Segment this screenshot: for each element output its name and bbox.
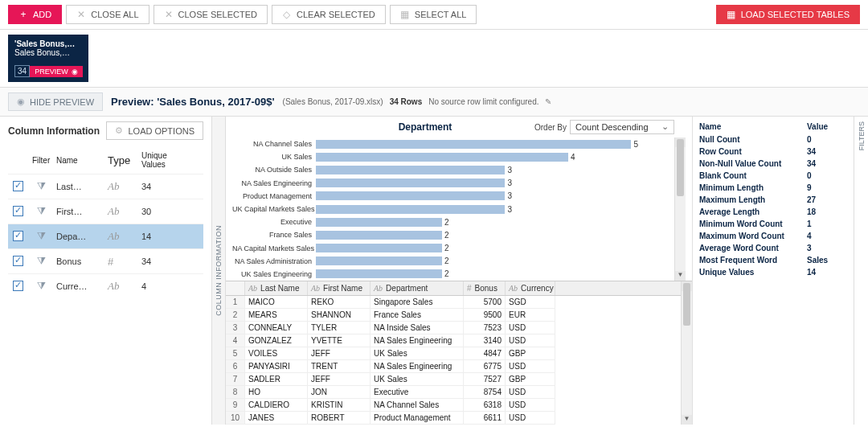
chart-bar-row[interactable]: UK Sales4 [232,150,674,163]
bar-track: 5 [316,140,674,149]
ci-head-type: Type [106,153,137,168]
col-type: Ab [106,278,137,294]
cell-lastname: GONZALEZ [245,334,308,347]
load-selected-tables-button[interactable]: ▦LOAD SELECTED TABLES [716,5,860,24]
stat-row: Null Count0 [699,133,847,146]
column-info-row[interactable]: ⧩Bonus#34 [8,248,203,273]
close-selected-icon: ✕ [164,10,174,19]
column-info-row[interactable]: ⧩Depa…Ab14 [8,224,203,248]
stat-name: Average Word Count [699,244,807,252]
column-info-row[interactable]: ⧩First…Ab30 [8,199,203,224]
card-preview-button[interactable]: PREVIEW◉ [30,66,83,77]
type-ab-icon: Ab [248,284,257,293]
chart-bar-row[interactable]: Product Management3 [232,190,674,203]
filters-vertical-tab[interactable]: FILTERS [854,117,868,425]
stat-name: Row Count [699,147,807,156]
grid-head-lastname[interactable]: Last Name [260,284,299,293]
stats-panel: Name Value Null Count0Row Count34Non-Nul… [693,117,854,425]
hide-preview-button[interactable]: ◉HIDE PREVIEW [8,92,103,111]
scroll-down-icon[interactable]: ▼ [682,415,692,425]
clear-selected-icon: ◇ [282,10,292,19]
clear-selected-button[interactable]: ◇CLEAR SELECTED [272,5,386,24]
table-row[interactable]: 6PANYASIRITRENTNA Sales Engineering6775U… [226,360,681,373]
bar-label: UK Capital Markets Sales [232,205,316,213]
chart-bar-row[interactable]: France Sales2 [232,228,674,241]
card-row-count: 34 [14,65,30,77]
grid-head-firstname[interactable]: First Name [323,284,362,293]
table-row[interactable]: 5VOILESJEFFUK Sales4847GBP [226,347,681,360]
table-row[interactable]: 2MEARSSHANNONFrance Sales9500EUR [226,309,681,322]
grid-head-department[interactable]: Department [386,284,428,293]
edit-limit-icon[interactable]: ✎ [545,97,551,106]
table-row[interactable]: 8HOJONExecutive8754USD [226,386,681,399]
checkbox[interactable] [13,281,23,291]
chart-scrollbar[interactable]: ▲ ▼ [674,137,686,281]
scroll-thumb[interactable] [677,139,684,196]
chart-bar-row[interactable]: NA Capital Markets Sales2 [232,242,674,255]
scroll-down-icon[interactable]: ▼ [675,271,686,281]
cell-department: Product Management [371,412,464,425]
stat-row: Row Count34 [699,146,847,158]
grid-scrollbar[interactable]: ▲ ▼ [681,281,692,425]
table-row[interactable]: 4GONZALEZYVETTENA Sales Engineering3140U… [226,334,681,347]
table-row[interactable]: 9CALDIEROKRISTINNA Channel Sales6318USD [226,399,681,412]
cell-firstname: SHANNON [308,309,371,322]
bar-value: 3 [507,166,512,174]
col-name: Depa… [55,230,103,243]
add-button[interactable]: +ADD [8,5,62,24]
checkbox[interactable] [13,256,23,266]
table-row[interactable]: 1MAICOREKOSingapore Sales5700SGD [226,296,681,309]
orderby-select[interactable]: Count Descending [570,120,674,134]
cell-department: UK Sales [371,347,464,360]
scroll-thumb[interactable] [683,283,690,326]
table-card[interactable]: 'Sales Bonus,… Sales Bonus,… 34 PREVIEW◉ [8,35,88,82]
stat-name: Maximum Length [699,195,807,204]
chart-bar-row[interactable]: NA Sales Administration2 [232,255,674,268]
column-info-row[interactable]: ⧩Last…Ab34 [8,174,203,199]
table-row[interactable]: 3CONNEALYTYLERNA Inside Sales7523USD [226,322,681,334]
cell-currency: USD [506,386,555,399]
table-row[interactable]: 7SADLERJEFFUK Sales7527GBP [226,373,681,386]
column-info-row[interactable]: ⧩Curre…Ab4 [8,273,203,298]
stat-value: 34 [807,159,847,168]
bar-label: NA Sales Administration [232,257,316,265]
select-all-button[interactable]: ▦SELECT ALL [390,5,477,24]
bar-value: 2 [444,244,449,252]
stat-row: Minimum Word Count1 [699,218,847,230]
bar-track: 3 [316,205,674,214]
cell-bonus: 8754 [464,386,506,399]
funnel-icon[interactable]: ⧩ [37,205,46,217]
checkbox[interactable] [13,231,23,241]
checkbox[interactable] [13,181,23,191]
funnel-icon[interactable]: ⧩ [37,255,46,267]
bar-label: UK Sales Engineering [232,270,316,278]
chart-bar-row[interactable]: NA Outside Sales3 [232,163,674,176]
cell-firstname: YVETTE [308,334,371,347]
row-number: 8 [226,386,245,399]
cell-department: NA Sales Engineering [371,360,464,373]
table-row[interactable]: 10JANESROBERTProduct Management6611USD [226,412,681,425]
chart-bar-row[interactable]: UK Sales Engineering2 [232,268,674,281]
funnel-icon[interactable]: ⧩ [37,280,46,292]
grid-head-bonus[interactable]: Bonus [475,284,497,293]
stat-row: Maximum Length27 [699,194,847,206]
column-info-vertical-tab[interactable]: COLUMN INFORMATION [211,117,226,425]
checkbox[interactable] [13,206,23,216]
column-info-heading: Column Information [8,125,100,137]
gear-icon: ⚙ [115,125,123,136]
funnel-icon[interactable]: ⧩ [37,230,46,242]
chart-bar-row[interactable]: NA Channel Sales5 [232,137,674,150]
cell-lastname: MEARS [245,309,308,322]
chart-bar-row[interactable]: UK Capital Markets Sales3 [232,203,674,215]
close-all-button[interactable]: ✕CLOSE ALL [66,5,149,24]
funnel-icon[interactable]: ⧩ [37,180,46,192]
stat-row: Non-Null Value Count34 [699,158,847,170]
load-options-button[interactable]: ⚙LOAD OPTIONS [106,121,203,140]
chart-bar-row[interactable]: Executive2 [232,215,674,228]
card-subtitle: Sales Bonus,… [14,48,82,57]
chart-bars: NA Channel Sales5UK Sales4NA Outside Sal… [232,137,674,281]
chart-bar-row[interactable]: NA Sales Engineering3 [232,177,674,190]
cell-bonus: 6611 [464,412,506,425]
grid-head-currency[interactable]: Currency [521,284,554,293]
close-selected-button[interactable]: ✕CLOSE SELECTED [154,5,268,24]
